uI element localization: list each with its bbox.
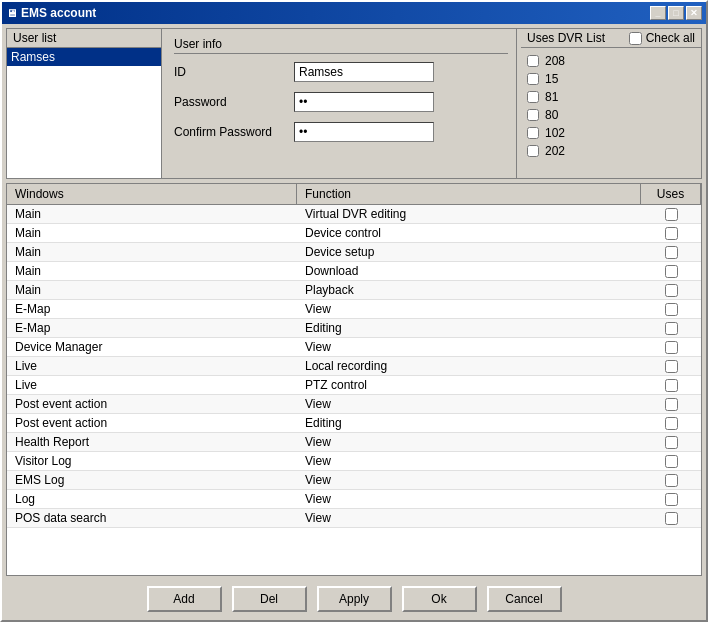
ok-button[interactable]: Ok xyxy=(402,586,477,612)
uses-checkbox-8[interactable] xyxy=(665,360,678,373)
td-function: View xyxy=(297,509,641,527)
dvr-81-checkbox[interactable] xyxy=(527,91,539,103)
dvr-item-80: 80 xyxy=(527,106,695,124)
uses-checkbox-14[interactable] xyxy=(665,474,678,487)
table-row: POS data searchView xyxy=(7,509,701,528)
td-windows: Log xyxy=(7,490,297,508)
table-row: MainVirtual DVR editing xyxy=(7,205,701,224)
uses-checkbox-0[interactable] xyxy=(665,208,678,221)
check-all-label: Check all xyxy=(646,31,695,45)
table-row: Health ReportView xyxy=(7,433,701,452)
dvr-list-header: Uses DVR List xyxy=(527,31,605,45)
top-section: User list Ramses User info ID Password C… xyxy=(6,28,702,179)
uses-checkbox-3[interactable] xyxy=(665,265,678,278)
confirm-password-input[interactable] xyxy=(294,122,434,142)
password-input[interactable] xyxy=(294,92,434,112)
td-windows: E-Map xyxy=(7,300,297,318)
uses-checkbox-13[interactable] xyxy=(665,455,678,468)
user-list-body: Ramses xyxy=(7,48,161,178)
uses-checkbox-15[interactable] xyxy=(665,493,678,506)
dvr-102-label: 102 xyxy=(545,126,565,140)
td-function: Local recording xyxy=(297,357,641,375)
uses-checkbox-9[interactable] xyxy=(665,379,678,392)
uses-checkbox-10[interactable] xyxy=(665,398,678,411)
id-row: ID xyxy=(174,62,508,82)
table-row: LogView xyxy=(7,490,701,509)
apply-button[interactable]: Apply xyxy=(317,586,392,612)
cancel-button[interactable]: Cancel xyxy=(487,586,562,612)
user-info-header: User info xyxy=(174,37,508,54)
bottom-buttons: Add Del Apply Ok Cancel xyxy=(6,580,702,616)
maximize-button[interactable]: □ xyxy=(668,6,684,20)
table-row: MainPlayback xyxy=(7,281,701,300)
table-row: E-MapEditing xyxy=(7,319,701,338)
dvr-item-202: 202 xyxy=(527,142,695,160)
main-content: User list Ramses User info ID Password C… xyxy=(2,24,706,620)
minimize-button[interactable]: _ xyxy=(650,6,666,20)
table-row: MainDevice setup xyxy=(7,243,701,262)
td-uses xyxy=(641,320,701,337)
td-uses xyxy=(641,472,701,489)
dvr-list-panel: Uses DVR List Check all 208 15 xyxy=(521,29,701,178)
add-button[interactable]: Add xyxy=(147,586,222,612)
close-button[interactable]: ✕ xyxy=(686,6,702,20)
dvr-102-checkbox[interactable] xyxy=(527,127,539,139)
table-row: Post event actionView xyxy=(7,395,701,414)
user-list-item[interactable]: Ramses xyxy=(7,48,161,66)
uses-checkbox-2[interactable] xyxy=(665,246,678,259)
td-uses xyxy=(641,396,701,413)
td-uses xyxy=(641,434,701,451)
del-button[interactable]: Del xyxy=(232,586,307,612)
table-row: Device ManagerView xyxy=(7,338,701,357)
uses-checkbox-16[interactable] xyxy=(665,512,678,525)
td-function: Device control xyxy=(297,224,641,242)
uses-checkbox-5[interactable] xyxy=(665,303,678,316)
window-title: EMS account xyxy=(21,6,650,20)
uses-checkbox-11[interactable] xyxy=(665,417,678,430)
dvr-202-checkbox[interactable] xyxy=(527,145,539,157)
th-uses: Uses xyxy=(641,184,701,204)
td-function: View xyxy=(297,433,641,451)
table-row: E-MapView xyxy=(7,300,701,319)
td-windows: Main xyxy=(7,243,297,261)
td-windows: Main xyxy=(7,205,297,223)
dvr-202-label: 202 xyxy=(545,144,565,158)
id-input[interactable] xyxy=(294,62,434,82)
td-windows: Health Report xyxy=(7,433,297,451)
ems-account-window: 🖥 EMS account _ □ ✕ User list Ramses Use… xyxy=(0,0,708,622)
check-all-checkbox[interactable] xyxy=(629,32,642,45)
dvr-80-checkbox[interactable] xyxy=(527,109,539,121)
dvr-208-checkbox[interactable] xyxy=(527,55,539,67)
th-function: Function xyxy=(297,184,641,204)
td-windows: Live xyxy=(7,357,297,375)
td-windows: Device Manager xyxy=(7,338,297,356)
table-row: Visitor LogView xyxy=(7,452,701,471)
td-uses xyxy=(641,491,701,508)
td-windows: Main xyxy=(7,224,297,242)
td-function: View xyxy=(297,338,641,356)
uses-checkbox-4[interactable] xyxy=(665,284,678,297)
confirm-password-label: Confirm Password xyxy=(174,125,294,139)
uses-checkbox-6[interactable] xyxy=(665,322,678,335)
uses-checkbox-1[interactable] xyxy=(665,227,678,240)
check-all-area: Check all xyxy=(629,31,695,45)
td-uses xyxy=(641,358,701,375)
title-buttons: _ □ ✕ xyxy=(650,6,702,20)
dvr-15-checkbox[interactable] xyxy=(527,73,539,85)
id-label: ID xyxy=(174,65,294,79)
table-body: MainVirtual DVR editingMainDevice contro… xyxy=(7,205,701,575)
td-function: Editing xyxy=(297,414,641,432)
password-label: Password xyxy=(174,95,294,109)
table-header: Windows Function Uses xyxy=(7,184,701,205)
dvr-item-15: 15 xyxy=(527,70,695,88)
td-function: PTZ control xyxy=(297,376,641,394)
window-icon: 🖥 xyxy=(6,7,17,19)
uses-checkbox-7[interactable] xyxy=(665,341,678,354)
td-uses xyxy=(641,415,701,432)
table-row: LiveLocal recording xyxy=(7,357,701,376)
td-windows: Main xyxy=(7,281,297,299)
table-row: MainDevice control xyxy=(7,224,701,243)
dvr-item-208: 208 xyxy=(527,52,695,70)
td-function: Device setup xyxy=(297,243,641,261)
uses-checkbox-12[interactable] xyxy=(665,436,678,449)
